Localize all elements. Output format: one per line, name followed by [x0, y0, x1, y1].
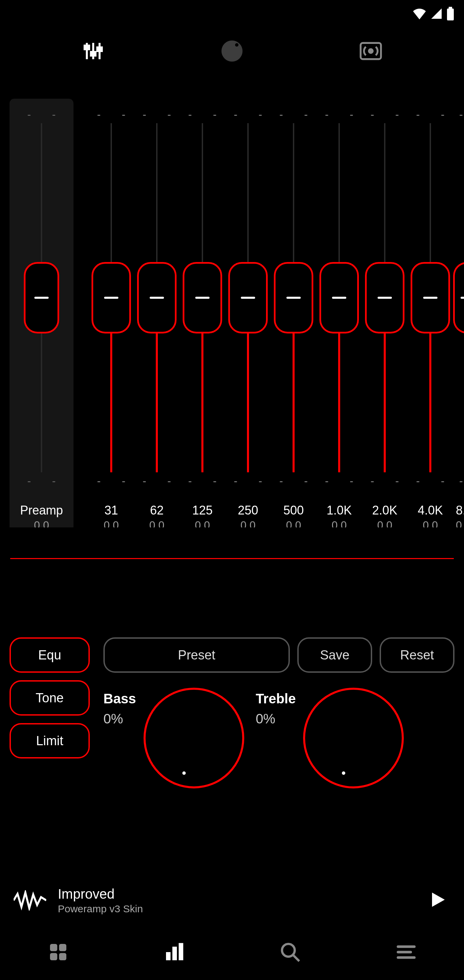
top-tabs — [0, 27, 464, 75]
surround-icon — [359, 42, 382, 60]
band-freq: 4.0K — [418, 503, 443, 517]
tone-toggle-button[interactable]: Tone — [10, 680, 90, 716]
svg-rect-12 — [50, 953, 57, 960]
svg-rect-11 — [59, 944, 66, 951]
bass-label: Bass — [103, 691, 136, 706]
now-playing-bar[interactable]: Improved Poweramp v3 Skin — [0, 875, 464, 926]
treble-label: Treble — [256, 691, 296, 706]
svg-line-18 — [293, 955, 299, 961]
svg-rect-7 — [97, 47, 102, 51]
eq-band-62: -- -- 62 0.0 — [134, 99, 180, 527]
tab-volume[interactable] — [218, 37, 246, 65]
eq-slider-8k[interactable]: - - — [453, 99, 464, 497]
nav-menu[interactable] — [392, 939, 420, 966]
eq-slider-4k[interactable]: -- -- — [408, 99, 453, 497]
save-button[interactable]: Save — [297, 637, 372, 673]
band-value: 0.0 — [423, 519, 438, 528]
controls: Equ Tone Limit Preset Save Reset Bass 0%… — [0, 637, 464, 788]
svg-rect-0 — [449, 7, 452, 8]
band-value: 0.0 — [286, 519, 301, 528]
track-subtitle: Poweramp v3 Skin — [58, 903, 412, 915]
preamp-value: 0.0 — [34, 519, 49, 528]
tab-equalizer[interactable] — [79, 37, 107, 65]
band-freq: 2.0K — [372, 503, 397, 517]
equalizer-icon — [163, 941, 185, 964]
svg-rect-3 — [85, 46, 89, 49]
eq-slider-1k[interactable]: -- -- — [316, 99, 362, 497]
bottom-nav — [0, 926, 464, 980]
battery-icon — [446, 7, 454, 21]
eq-slider-31[interactable]: -- -- — [89, 99, 134, 497]
svg-rect-15 — [172, 947, 176, 960]
search-icon — [279, 941, 301, 964]
eq-band-125: -- -- 125 0.0 — [180, 99, 225, 527]
eq-band-31: -- -- 31 0.0 — [89, 99, 134, 527]
eq-band-2k: -- -- 2.0K 0.0 — [362, 99, 408, 527]
bass-value: 0% — [103, 711, 136, 727]
svg-rect-13 — [59, 953, 66, 960]
eq-band-1k: -- -- 1.0K 0.0 — [316, 99, 362, 527]
band-freq: 8.0 — [456, 503, 464, 517]
divider — [10, 558, 454, 559]
preset-button[interactable]: Preset — [103, 637, 290, 673]
band-value: 0.0 — [377, 519, 392, 528]
sliders-icon — [82, 40, 104, 62]
band-freq: 31 — [105, 503, 118, 517]
reset-button[interactable]: Reset — [380, 637, 454, 673]
tab-reverb[interactable] — [357, 37, 385, 65]
menu-icon — [395, 941, 417, 964]
limit-toggle-button[interactable]: Limit — [10, 723, 90, 759]
band-freq: 62 — [150, 503, 164, 517]
nav-equalizer[interactable] — [160, 939, 188, 966]
treble-value: 0% — [256, 711, 296, 727]
eq-band-500: -- -- 500 0.0 — [271, 99, 316, 527]
band-value: 0.0 — [195, 519, 210, 528]
band-value: 0. — [456, 519, 464, 528]
eq-band-250: -- -- 250 0.0 — [225, 99, 271, 527]
signal-icon — [431, 8, 442, 19]
play-icon — [427, 890, 446, 911]
wifi-icon — [412, 8, 427, 19]
eq-slider-2k[interactable]: -- -- — [362, 99, 408, 497]
status-bar — [0, 0, 464, 27]
band-value: 0.0 — [332, 519, 346, 528]
nav-search[interactable] — [276, 939, 304, 966]
svg-rect-16 — [179, 943, 183, 960]
eq-slider-125[interactable]: -- -- — [180, 99, 225, 497]
now-playing-text: Improved Poweramp v3 Skin — [58, 886, 412, 915]
band-value: 0.0 — [149, 519, 164, 528]
equ-toggle-button[interactable]: Equ — [10, 637, 90, 673]
treble-knob[interactable] — [303, 688, 404, 788]
nav-library[interactable] — [44, 939, 72, 966]
band-freq: 250 — [238, 503, 258, 517]
band-value: 0.0 — [104, 519, 119, 528]
svg-point-17 — [282, 944, 295, 956]
track-title: Improved — [58, 886, 412, 902]
eq-slider-62[interactable]: -- -- — [134, 99, 180, 497]
svg-rect-5 — [91, 52, 95, 56]
waveform-icon — [14, 890, 46, 911]
band-freq: 125 — [192, 503, 213, 517]
equalizer: -- -- Preamp 0.0 -- -- 31 0.0 -- -- 62 — [0, 75, 464, 527]
eq-band-8k: - - 8.0 0. — [453, 99, 464, 527]
band-freq: 500 — [283, 503, 304, 517]
knob-icon — [221, 40, 243, 62]
svg-rect-1 — [447, 8, 454, 21]
svg-rect-10 — [50, 944, 57, 951]
svg-point-9 — [368, 48, 374, 54]
play-button[interactable] — [423, 887, 450, 914]
bass-knob[interactable] — [143, 688, 244, 788]
bass-control: Bass 0% — [103, 688, 244, 788]
svg-rect-14 — [166, 952, 170, 960]
treble-control: Treble 0% — [256, 688, 404, 788]
eq-slider-250[interactable]: -- -- — [225, 99, 271, 497]
library-icon — [47, 941, 69, 964]
eq-slider-500[interactable]: -- -- — [271, 99, 316, 497]
eq-band-preamp: -- -- Preamp 0.0 — [10, 99, 73, 527]
preamp-slider[interactable]: -- -- — [10, 99, 73, 497]
band-freq: 1.0K — [327, 503, 352, 517]
band-value: 0.0 — [240, 519, 256, 528]
preamp-label: Preamp — [20, 503, 63, 517]
eq-band-4k: -- -- 4.0K 0.0 — [408, 99, 453, 527]
